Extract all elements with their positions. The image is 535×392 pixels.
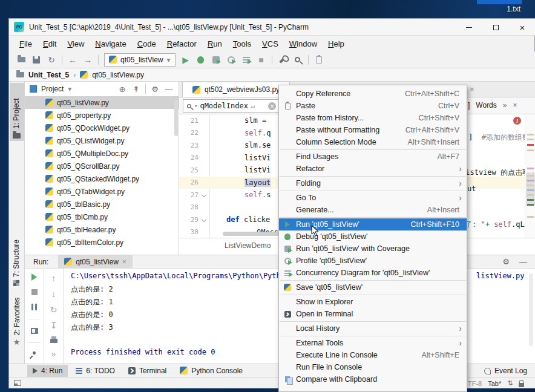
context-menu-item[interactable]: Save 'qt05_listView' bbox=[279, 281, 467, 293]
project-file-row[interactable]: qt05_tblHeader.py bbox=[25, 223, 179, 236]
pin-icon[interactable] bbox=[32, 351, 36, 355]
toolwindow-tab-todo[interactable]: 6: TODO bbox=[70, 365, 120, 377]
context-menu-item[interactable]: Run 'qt05_listView' with Coverage bbox=[279, 243, 467, 255]
stop-icon[interactable]: ■ bbox=[257, 55, 266, 65]
restore-layout-icon[interactable] bbox=[31, 328, 38, 334]
debug-icon[interactable] bbox=[196, 55, 206, 65]
context-menu-item[interactable]: Open in Terminal bbox=[279, 308, 467, 320]
project-panel-title[interactable]: Project bbox=[41, 85, 64, 93]
collapse-all-icon[interactable]: ↟ bbox=[131, 85, 141, 94]
toolwindow-toggle-icon[interactable] bbox=[14, 380, 21, 386]
context-menu-item[interactable]: Execute Line in ConsoleAlt+Shift+E bbox=[279, 349, 467, 361]
lock-icon[interactable] bbox=[519, 383, 524, 387]
chevron-down-icon[interactable]: ▾ bbox=[68, 85, 71, 93]
soft-wrap-icon[interactable]: ↻ bbox=[50, 305, 57, 315]
close-button[interactable]: × bbox=[509, 19, 535, 36]
context-menu-item[interactable]: PasteCtrl+V bbox=[279, 100, 467, 112]
context-menu-item[interactable]: Go To› bbox=[279, 192, 467, 204]
menubar-item[interactable]: Edit bbox=[38, 38, 62, 50]
event-log-button[interactable]: Event Log bbox=[484, 364, 527, 377]
menubar-item[interactable]: Help bbox=[323, 38, 350, 50]
context-menu-item[interactable]: Concurrency Diagram for 'qt05_listView' bbox=[279, 267, 467, 279]
scroll-to-end-icon[interactable]: ↧ bbox=[50, 321, 57, 330]
desktop-file-label[interactable]: 1.txt bbox=[484, 5, 520, 13]
context-menu-item[interactable]: Paste without FormattingCtrl+Alt+Shift+V bbox=[279, 124, 467, 136]
menubar-item[interactable]: Tools bbox=[228, 38, 257, 50]
context-menu-item[interactable]: Debug 'qt05_listView' bbox=[279, 230, 467, 243]
project-file-row[interactable]: qt05_QDockWidget.py bbox=[25, 122, 179, 134]
toolwindow-tab-run[interactable]: 4: Run bbox=[27, 365, 68, 377]
context-menu-item[interactable]: Find UsagesAlt+F7 bbox=[279, 151, 467, 163]
project-file-row[interactable]: qt05_QStackedWidget.py bbox=[25, 172, 179, 185]
context-menu-item[interactable]: Refactor› bbox=[279, 163, 467, 175]
back-icon[interactable]: ← bbox=[68, 55, 77, 65]
project-file-row[interactable]: qt05_tblBasic.py bbox=[25, 198, 179, 211]
project-file-row[interactable]: qt05_property.py bbox=[25, 109, 179, 122]
gear-icon[interactable]: ⚙ bbox=[150, 85, 160, 94]
menubar-item[interactable]: File bbox=[14, 38, 38, 50]
menubar-item[interactable]: Navigate bbox=[90, 38, 131, 50]
context-menu-item[interactable]: Paste from History...Ctrl+Shift+V bbox=[279, 112, 467, 124]
context-menu-item[interactable]: Run File in Console bbox=[279, 361, 467, 373]
search-input[interactable]: ▾ qModelIndex ↵ × bbox=[183, 99, 280, 113]
horizontal-scrollbar[interactable] bbox=[223, 232, 281, 236]
fold-marker-icon[interactable] bbox=[199, 193, 209, 197]
context-menu-item[interactable]: Generate...Alt+Insert bbox=[279, 204, 467, 216]
open-icon[interactable] bbox=[16, 55, 26, 65]
toolwindow-tab-python-console[interactable]: Python Console bbox=[174, 365, 248, 377]
error-stripe[interactable] bbox=[525, 114, 535, 238]
context-menu-item[interactable]: Run 'qt05_listView'Ctrl+Shift+F10 bbox=[279, 218, 467, 230]
context-menu-item[interactable]: Folding› bbox=[279, 177, 467, 189]
close-find-icon[interactable]: × bbox=[513, 101, 517, 109]
context-menu-item[interactable]: Show in Explorer bbox=[279, 296, 467, 308]
context-menu-item[interactable]: Profile 'qt05_listView' bbox=[279, 255, 467, 267]
fold-marker-icon[interactable] bbox=[199, 218, 209, 221]
sync-icon[interactable]: ↻ bbox=[47, 55, 56, 65]
breadcrumb-file[interactable]: qt05_listView.py bbox=[92, 71, 144, 79]
run-config-select[interactable]: qt05_listView ▾ bbox=[104, 53, 176, 67]
concurrency-icon[interactable] bbox=[241, 55, 251, 65]
menubar-item[interactable]: Code bbox=[132, 38, 162, 50]
console-scrollbar[interactable] bbox=[529, 273, 533, 346]
sidebar-tab-structure[interactable]: 7: Structure bbox=[12, 240, 21, 286]
menubar-item[interactable]: View bbox=[62, 38, 90, 50]
pause-icon[interactable] bbox=[31, 304, 37, 310]
up-stack-icon[interactable]: ↑ bbox=[51, 273, 56, 283]
minimize-button[interactable] bbox=[456, 19, 482, 36]
maximize-button[interactable] bbox=[482, 19, 509, 36]
save-icon[interactable] bbox=[31, 55, 41, 65]
project-file-row[interactable]: qt05_QListWidget.py bbox=[25, 134, 179, 147]
words-option[interactable]: Words bbox=[476, 101, 496, 109]
menubar-item[interactable]: Run bbox=[202, 38, 228, 50]
project-file-row[interactable]: qt05_tblCmb.py bbox=[25, 211, 179, 223]
hide-panel-icon[interactable]: — bbox=[519, 257, 527, 266]
context-menu-item[interactable]: Column Selection ModeAlt+Shift+Insert bbox=[279, 136, 467, 148]
context-menu-item[interactable]: Local History› bbox=[279, 322, 467, 335]
more-options-icon[interactable]: » bbox=[503, 101, 507, 109]
tab-close-icon[interactable]: × bbox=[470, 85, 474, 94]
close-run-tab-icon[interactable]: × bbox=[122, 258, 126, 266]
project-file-row[interactable]: qt05_QScrollBar.py bbox=[25, 160, 179, 172]
project-file-row[interactable]: qt05_QMultipleDoc.py bbox=[25, 147, 179, 160]
project-scrollbar[interactable] bbox=[174, 100, 178, 136]
print-icon[interactable] bbox=[50, 339, 57, 343]
indent-indicator[interactable]: Tab* bbox=[488, 380, 501, 387]
run-icon[interactable]: ▶ bbox=[181, 55, 191, 65]
encoding-indicator[interactable]: TF-8 bbox=[468, 380, 482, 387]
locate-icon[interactable]: ⊕ bbox=[117, 85, 127, 94]
coverage-icon[interactable] bbox=[211, 55, 221, 65]
menubar-item[interactable]: VCS bbox=[257, 38, 284, 50]
search-icon[interactable] bbox=[293, 55, 303, 65]
search-dropdown-icon[interactable]: ▾ bbox=[194, 103, 197, 109]
down-stack-icon[interactable]: ↓ bbox=[51, 289, 56, 299]
hide-panel-icon[interactable]: — bbox=[164, 85, 174, 94]
project-file-row[interactable]: qt05_QTabWidget.py bbox=[25, 185, 179, 198]
titlebar[interactable]: PC Unit_Test_5 [C:\apk\2019_4\Unit_Test_… bbox=[9, 19, 535, 36]
sidebar-tab-project[interactable]: 1: Project bbox=[12, 98, 21, 140]
wrench-icon[interactable] bbox=[278, 55, 287, 65]
project-file-row[interactable]: qt05_listView.py bbox=[25, 96, 179, 109]
sidebar-tab-favorites[interactable]: ★ 2: Favorites bbox=[12, 298, 21, 345]
stop-icon[interactable] bbox=[31, 289, 38, 295]
profile-icon[interactable] bbox=[226, 55, 236, 65]
context-menu-item[interactable]: Copy ReferenceCtrl+Alt+Shift+C bbox=[279, 88, 467, 100]
